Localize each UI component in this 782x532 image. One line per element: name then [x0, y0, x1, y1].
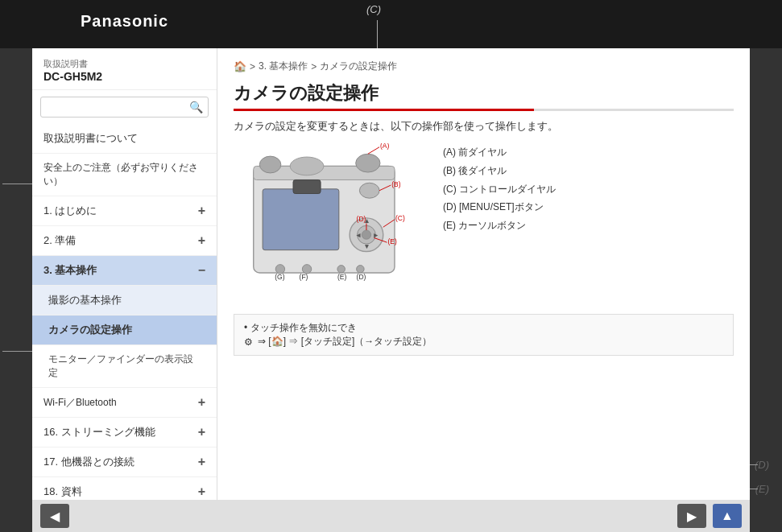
prev-button[interactable]: ◀	[40, 504, 69, 528]
manual-label: 取扱説明書	[43, 58, 205, 70]
top-label-c: (C)	[366, 3, 381, 15]
camera-diagram: (A) (B) ▲ ▼ ◄ ►	[234, 143, 734, 304]
breadcrumb-page: カメラの設定操作	[320, 60, 397, 73]
nav-item-wifi-bt[interactable]: Wi-Fi／Bluetooth +	[32, 388, 217, 418]
nav-item-2-label: 2. 準備	[43, 233, 76, 248]
label-e-part: (E) カーソルボタン	[443, 217, 556, 235]
gear-icon: ⚙	[244, 336, 253, 348]
search-box[interactable]: 🔍	[40, 97, 209, 118]
breadcrumb-sep2: >	[311, 61, 317, 72]
info-row: • タッチ操作を無効にでき	[244, 321, 723, 335]
page-intro: カメラの設定を変更するときは、以下の操作部を使って操作します。	[234, 119, 734, 134]
nav-item-monitor-label: モニター／ファインダーの表示設定	[48, 353, 193, 380]
main-wrapper: 取扱説明書 DC-GH5M2 🔍 取扱説明書について 安全上のご注意（必ずお守り…	[32, 48, 750, 515]
svg-point-3	[259, 156, 281, 173]
brand-logo: Panasonic	[81, 12, 168, 31]
sidebar: 取扱説明書 DC-GH5M2 🔍 取扱説明書について 安全上のご注意（必ずお守り…	[32, 48, 217, 515]
nav-item-16-label: 16. ストリーミング機能	[43, 425, 155, 439]
svg-text:(E): (E)	[387, 237, 397, 245]
sidebar-header: 取扱説明書 DC-GH5M2	[32, 48, 217, 90]
label-b-part: (B) 後ダイヤル	[443, 162, 556, 180]
info-nav-text: ⇒ [🏠] ⇒ [タッチ設定]（→タッチ設定）	[258, 335, 432, 348]
svg-text:(B): (B)	[391, 180, 401, 188]
label-d-part: (D) [MENU/SET]ボタン	[443, 198, 556, 217]
nav-list: 取扱説明書について 安全上のご注意（必ずお守りください） 1. はじめに + 2…	[32, 124, 217, 515]
nav-item-2-toggle: +	[198, 233, 205, 248]
svg-text:(C): (C)	[395, 214, 405, 222]
nav-item-about-label: 取扱説明書について	[43, 131, 138, 146]
svg-point-32	[357, 266, 364, 273]
svg-text:◄: ◄	[355, 231, 362, 239]
top-button[interactable]: ▲	[713, 504, 742, 528]
svg-rect-8	[293, 179, 321, 193]
top-bar: (C) Panasonic	[0, 0, 782, 48]
svg-point-31	[337, 266, 345, 273]
svg-text:(D): (D)	[357, 215, 366, 223]
nav-item-safety-label: 安全上のご注意（必ずお守りください）	[43, 161, 198, 188]
breadcrumb-section[interactable]: 3. 基本操作	[259, 60, 308, 73]
nav-item-shooting-basic[interactable]: 撮影の基本操作	[32, 286, 217, 315]
info-box: • タッチ操作を無効にでき ⚙ ⇒ [🏠] ⇒ [タッチ設定]（→タッチ設定）	[234, 314, 734, 356]
nav-item-16[interactable]: 16. ストリーミング機能 +	[32, 418, 217, 447]
svg-text:(E): (E)	[337, 273, 347, 281]
nav-item-camera-settings[interactable]: カメラの設定操作	[32, 315, 217, 345]
svg-rect-7	[263, 189, 339, 250]
svg-point-29	[275, 265, 284, 274]
svg-text:(D): (D)	[357, 273, 366, 281]
nav-item-2[interactable]: 2. 準備 +	[32, 226, 217, 256]
nav-item-16-toggle: +	[198, 425, 205, 439]
nav-item-wifi-bt-label: Wi-Fi／Bluetooth	[43, 396, 117, 410]
nav-item-18-label: 18. 資料	[43, 485, 82, 499]
nav-item-3-toggle: −	[198, 263, 205, 278]
nav-item-wifi-bt-toggle: +	[198, 395, 205, 410]
nav-item-17-toggle: +	[198, 455, 205, 469]
page-title: カメラの設定操作	[234, 81, 734, 105]
nav-item-camera-settings-label: カメラの設定操作	[48, 323, 132, 337]
nav-item-17[interactable]: 17. 他機器との接続 +	[32, 447, 217, 477]
nav-item-17-label: 17. 他機器との接続	[43, 455, 134, 469]
nav-item-1[interactable]: 1. はじめに +	[32, 196, 217, 226]
svg-line-5	[368, 147, 379, 155]
next-button[interactable]: ▶	[677, 504, 706, 528]
info-nav-row: ⚙ ⇒ [🏠] ⇒ [タッチ設定]（→タッチ設定）	[244, 335, 723, 348]
model-name: DC-GH5M2	[43, 70, 205, 83]
nav-item-monitor[interactable]: モニター／ファインダーの表示設定	[32, 345, 217, 388]
search-icon: 🔍	[189, 101, 203, 113]
camera-part-labels: (A) 前ダイヤル (B) 後ダイヤル (C) コントロールダイヤル (D) […	[443, 143, 556, 235]
label-a-part: (A) 前ダイヤル	[443, 143, 556, 162]
camera-illustration: (A) (B) ▲ ▼ ◄ ►	[234, 143, 411, 288]
info-text: • タッチ操作を無効にでき	[244, 321, 357, 335]
content-area: 🏠 > 3. 基本操作 > カメラの設定操作 カメラの設定操作 カメラの設定を変…	[217, 48, 750, 515]
nav-item-3[interactable]: 3. 基本操作 −	[32, 256, 217, 286]
svg-point-2	[290, 157, 324, 175]
breadcrumb-sep1: >	[250, 61, 255, 72]
svg-text:(A): (A)	[380, 143, 390, 150]
nav-item-about[interactable]: 取扱説明書について	[32, 124, 217, 154]
nav-item-shooting-basic-label: 撮影の基本操作	[48, 293, 122, 307]
label-c-part: (C) コントロールダイヤル	[443, 180, 556, 199]
title-underline	[234, 109, 734, 111]
svg-point-9	[359, 183, 379, 198]
nav-item-1-label: 1. はじめに	[43, 204, 97, 218]
svg-point-20	[362, 230, 370, 239]
nav-item-1-toggle: +	[198, 204, 205, 218]
camera-image: (A) (B) ▲ ▼ ◄ ►	[234, 143, 427, 304]
breadcrumb: 🏠 > 3. 基本操作 > カメラの設定操作	[234, 60, 734, 73]
home-icon[interactable]: 🏠	[234, 60, 246, 72]
search-input[interactable]	[46, 101, 189, 113]
nav-item-safety[interactable]: 安全上のご注意（必ずお守りください）	[32, 154, 217, 196]
svg-point-4	[356, 154, 380, 172]
svg-point-30	[302, 265, 311, 274]
bottom-nav: ◀ ▶ ▲	[32, 500, 750, 532]
label-c-connector	[377, 20, 378, 48]
nav-item-18-toggle: +	[198, 485, 205, 499]
nav-item-3-label: 3. 基本操作	[43, 263, 97, 278]
svg-text:▼: ▼	[363, 242, 370, 250]
